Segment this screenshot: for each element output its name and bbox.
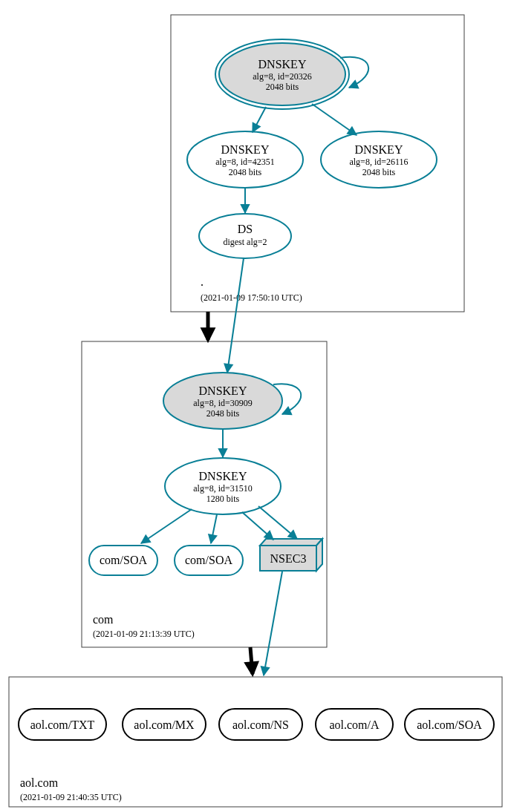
zone-aol-label: aol.com xyxy=(20,776,59,789)
node-com-soa-2: com/SOA xyxy=(175,546,243,575)
svg-text:aol.com/TXT: aol.com/TXT xyxy=(30,718,95,731)
node-root-ksk: DNSKEY alg=8, id=20326 2048 bits xyxy=(215,39,349,109)
edge-com-to-aol xyxy=(250,647,253,674)
svg-text:alg=8, id=20326: alg=8, id=20326 xyxy=(253,71,312,82)
zone-aol: aol.com (2021-01-09 21:40:35 UTC) xyxy=(9,677,502,807)
node-aol-soa: aol.com/SOA xyxy=(405,709,494,740)
zone-root-label: . xyxy=(201,275,204,288)
svg-text:DNSKEY: DNSKEY xyxy=(199,384,247,397)
zone-root-timestamp: (2021-01-09 17:50:10 UTC) xyxy=(201,292,302,303)
svg-text:com/SOA: com/SOA xyxy=(100,554,147,566)
svg-text:DNSKEY: DNSKEY xyxy=(258,58,307,71)
svg-text:2048 bits: 2048 bits xyxy=(362,167,396,177)
node-aol-txt: aol.com/TXT xyxy=(19,709,106,740)
svg-text:DNSKEY: DNSKEY xyxy=(199,470,247,482)
svg-text:aol.com/NS: aol.com/NS xyxy=(232,718,289,731)
svg-rect-34 xyxy=(9,677,502,807)
node-nsec3: NSEC3 xyxy=(260,539,322,571)
svg-text:alg=8, id=30909: alg=8, id=30909 xyxy=(193,398,253,408)
edge-comzsk-nsec3a xyxy=(242,512,273,540)
node-root-zsk2: DNSKEY alg=8, id=26116 2048 bits xyxy=(321,131,437,188)
node-root-ds: DS digest alg=2 xyxy=(199,214,291,258)
zone-com-timestamp: (2021-01-09 21:13:39 UTC) xyxy=(93,629,195,639)
edge-ds-comksk xyxy=(227,258,244,373)
node-com-soa-1: com/SOA xyxy=(89,546,157,575)
svg-marker-31 xyxy=(260,539,322,546)
node-aol-ns: aol.com/NS xyxy=(219,709,302,740)
node-root-zsk1: DNSKEY alg=8, id=42351 2048 bits xyxy=(187,131,303,188)
edge-comzsk-soa2 xyxy=(211,514,217,543)
edge-rootksk-zsk1 xyxy=(253,107,266,132)
svg-text:digest alg=2: digest alg=2 xyxy=(223,237,267,247)
svg-text:com/SOA: com/SOA xyxy=(185,554,232,566)
zone-aol-timestamp: (2021-01-09 21:40:35 UTC) xyxy=(20,792,122,802)
edge-rootksk-zsk2 xyxy=(312,104,357,135)
svg-text:NSEC3: NSEC3 xyxy=(270,552,307,565)
svg-text:DNSKEY: DNSKEY xyxy=(221,143,270,156)
svg-text:DNSKEY: DNSKEY xyxy=(355,143,403,156)
svg-text:aol.com/A: aol.com/A xyxy=(329,718,380,731)
svg-text:2048 bits: 2048 bits xyxy=(266,82,299,92)
node-aol-mx: aol.com/MX xyxy=(123,709,206,740)
svg-text:alg=8, id=26116: alg=8, id=26116 xyxy=(349,157,408,167)
edge-comzsk-nsec3b xyxy=(258,506,297,539)
svg-point-14 xyxy=(199,214,291,258)
svg-text:alg=8, id=31510: alg=8, id=31510 xyxy=(193,483,253,494)
svg-marker-32 xyxy=(316,539,322,571)
zone-com-label: com xyxy=(93,613,114,626)
node-aol-a: aol.com/A xyxy=(316,709,393,740)
svg-text:1280 bits: 1280 bits xyxy=(206,494,240,504)
node-com-ksk: DNSKEY alg=8, id=30909 2048 bits xyxy=(163,373,282,429)
svg-text:2048 bits: 2048 bits xyxy=(206,408,240,419)
node-com-zsk: DNSKEY alg=8, id=31510 1280 bits xyxy=(165,458,281,514)
svg-text:aol.com/SOA: aol.com/SOA xyxy=(417,718,482,731)
edge-comzsk-soa1 xyxy=(141,509,192,543)
svg-text:alg=8, id=42351: alg=8, id=42351 xyxy=(215,157,275,167)
svg-text:aol.com/MX: aol.com/MX xyxy=(134,718,195,731)
edge-nsec3-aol xyxy=(264,572,282,675)
svg-text:2048 bits: 2048 bits xyxy=(229,167,262,177)
svg-text:DS: DS xyxy=(238,223,253,235)
